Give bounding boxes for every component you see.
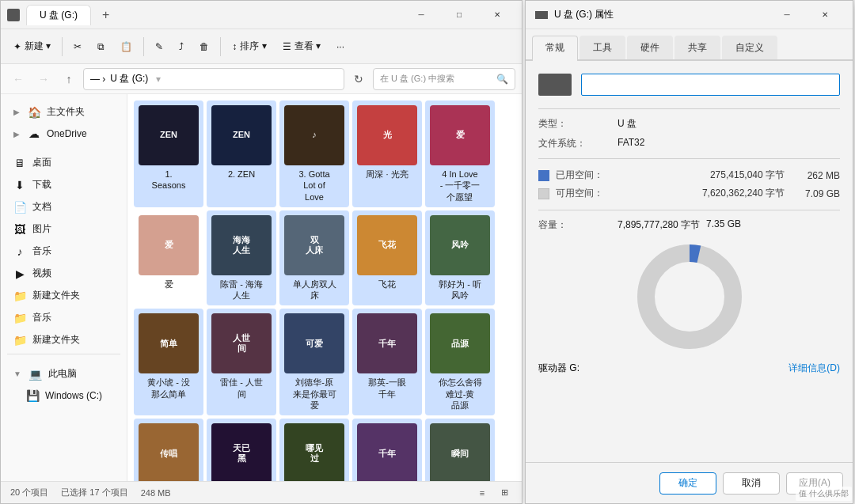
drive-header [538, 74, 840, 96]
status-bar: 20 个项目 已选择 17 个项目 248 MB ≡ ⊞ [1, 481, 522, 503]
sidebar-label-home: 主文件夹 [47, 105, 85, 119]
back-button[interactable]: ← [7, 68, 29, 90]
tab-hardware[interactable]: 硬件 [627, 36, 673, 59]
sidebar-item-pictures[interactable]: 🖼 图片 📌 [4, 218, 124, 240]
sidebar-item-documents[interactable]: 📄 文档 📌 [4, 196, 124, 218]
view-button[interactable]: ☰ 查看 ▾ [276, 36, 327, 56]
copy-button[interactable]: ⧉ [91, 38, 111, 55]
file-item[interactable]: 可爱刘德华-原 来是你最可 爱 [279, 309, 349, 415]
svg-point-2 [646, 253, 733, 340]
sidebar-item-videos[interactable]: ▶ 视频 📌 [4, 263, 124, 284]
tab-general[interactable]: 常规 [532, 36, 578, 61]
free-bytes: 7,620,362,240 字节 [619, 187, 785, 200]
file-item[interactable]: 天已 黑天已黑 [207, 419, 276, 481]
file-item[interactable]: 品源你怎么舍得 难过-黄 品源 [425, 309, 495, 415]
delete-button[interactable]: 🗑 [193, 38, 215, 55]
free-color-dot [538, 188, 549, 199]
props-close-button[interactable]: ✕ [807, 3, 843, 27]
file-item[interactable]: 千年一眼千年 [352, 419, 422, 481]
file-item[interactable]: 飞花飞花 [352, 210, 422, 306]
maximize-button[interactable]: □ [441, 3, 477, 27]
share-button[interactable]: ⤴ [173, 38, 190, 55]
more-button[interactable]: ··· [330, 38, 351, 55]
downloads-icon: ⬇ [13, 179, 26, 191]
onedrive-icon: ☁ [28, 127, 40, 140]
sidebar-label-videos: 视频 [32, 267, 51, 280]
file-item[interactable]: 风吟郭好为 - 听 风吟 [425, 210, 495, 306]
file-thumbnail: ZEN [139, 105, 199, 165]
sidebar-label-onedrive: OneDrive [47, 128, 87, 139]
file-thumbnail: 风吟 [430, 215, 490, 275]
list-view-button[interactable]: ≡ [474, 485, 490, 501]
file-item[interactable]: 哪见 过我们好像在 哪见过 [279, 419, 349, 481]
sort-button[interactable]: ↕ 排序 ▾ [226, 36, 272, 56]
props-minimize-button[interactable]: ─ [769, 3, 805, 27]
file-item[interactable]: 人世 间雷佳 - 人世 间 [207, 309, 276, 415]
sidebar-item-music[interactable]: ♪ 音乐 📌 [4, 241, 124, 262]
details-link[interactable]: 详细信息(D) [788, 362, 840, 375]
explorer-window: U 盘 (G:) + ─ □ ✕ ✦ 新建 ▾ ✂ ⧉ 📋 ✎ ⤴ [0, 0, 522, 504]
address-prefix: — › [90, 74, 105, 85]
sidebar-item-desktop[interactable]: 🖥 桌面 📌 [4, 152, 124, 173]
folder-icon: 📁 [13, 334, 26, 347]
file-thumbnail: 传唱 [139, 423, 199, 481]
divider-1 [538, 108, 840, 109]
file-label: 单人房双人 床 [293, 279, 336, 301]
tab-customize[interactable]: 自定义 [722, 36, 777, 59]
file-thumbnail: 人世 间 [211, 313, 272, 373]
type-label: 类型： [538, 117, 618, 131]
grid-view-button[interactable]: ⊞ [496, 485, 512, 501]
file-item[interactable]: ZEN1. Seasons [134, 100, 203, 207]
file-item[interactable]: 传唱盖一伦-梦 西湖 (Live) [134, 419, 203, 481]
explorer-icon [7, 9, 20, 21]
tab-u-disk[interactable]: U 盘 (G:) [26, 5, 91, 25]
props-window-controls: ─ ✕ [769, 3, 843, 27]
sidebar-item-newfolder1[interactable]: 📁 新建文件夹 [4, 285, 124, 306]
file-thumbnail: 哪见 过 [284, 423, 344, 481]
new-tab-button[interactable]: + [94, 5, 117, 25]
status-total: 20 个项目 [10, 487, 48, 498]
rename-button[interactable]: ✎ [149, 38, 169, 55]
search-placeholder: 在 U 盘 (G:) 中搜索 [380, 73, 454, 85]
sidebar-item-home[interactable]: ▶ 🏠 主文件夹 [4, 101, 124, 123]
sidebar-item-newfolder2[interactable]: 📁 新建文件夹 [4, 329, 124, 351]
properties-dialog: U 盘 (G:) 属性 ─ ✕ 常规 工具 硬件 共享 自定义 类型： U 盘 … [525, 0, 853, 504]
file-item[interactable]: ZEN2. ZEN [207, 100, 276, 207]
file-item[interactable]: 瞬间真瑞 - 最美 的瞬间 [425, 419, 495, 481]
file-item[interactable]: 光周深 · 光亮 [352, 100, 422, 207]
file-item[interactable]: 简单黄小琥 - 没 那么简单 [134, 309, 203, 415]
home-icon: 🏠 [28, 106, 40, 119]
fs-value: FAT32 [618, 137, 644, 150]
file-item[interactable]: 双 人床单人房双人 床 [279, 210, 349, 306]
search-box[interactable]: 在 U 盘 (G:) 中搜索 🔍 [373, 68, 515, 90]
sidebar-item-winc[interactable]: 💾 Windows (C:) [4, 385, 124, 406]
minimize-button[interactable]: ─ [403, 3, 439, 27]
forward-button[interactable]: → [32, 68, 55, 90]
address-path[interactable]: — › U 盘 (G:) ▾ [83, 68, 344, 90]
file-item[interactable]: 千年那英-一眼 千年 [352, 309, 422, 415]
close-button[interactable]: ✕ [479, 3, 515, 27]
new-button[interactable]: ✦ 新建 ▾ [7, 36, 57, 56]
drive-name-input[interactable] [581, 74, 840, 96]
tab-tools[interactable]: 工具 [580, 36, 625, 59]
file-item[interactable]: 爱爱 [134, 210, 203, 306]
sidebar-item-onedrive[interactable]: ▶ ☁ OneDrive [4, 123, 124, 144]
ok-button[interactable]: 确定 [659, 472, 716, 495]
refresh-button[interactable]: ↻ [348, 68, 370, 90]
paste-icon: 📋 [120, 41, 132, 52]
tab-sharing[interactable]: 共享 [674, 36, 720, 59]
file-thumbnail: 千年 [357, 423, 417, 481]
file-item[interactable]: 海海 人生陈雷 - 海海 人生 [207, 210, 276, 306]
cut-button[interactable]: ✂ [67, 38, 88, 55]
sidebar-item-downloads[interactable]: ⬇ 下载 📌 [4, 174, 124, 195]
divider-3 [538, 210, 840, 210]
drive-image-icon [538, 74, 572, 96]
sidebar-label-downloads: 下载 [32, 178, 51, 191]
up-button[interactable]: ↑ [58, 68, 80, 90]
file-item[interactable]: 爱4 In Love - 一千零一 个愿望 [425, 100, 495, 207]
sidebar-item-music2[interactable]: 📁 音乐 [4, 307, 124, 328]
paste-button[interactable]: 📋 [114, 38, 139, 55]
file-item[interactable]: ♪3. Gotta Lot of Love [279, 100, 349, 207]
sidebar-item-thispc[interactable]: ▼ 💻 此电脑 [4, 363, 124, 385]
cancel-button[interactable]: 取消 [723, 472, 780, 495]
